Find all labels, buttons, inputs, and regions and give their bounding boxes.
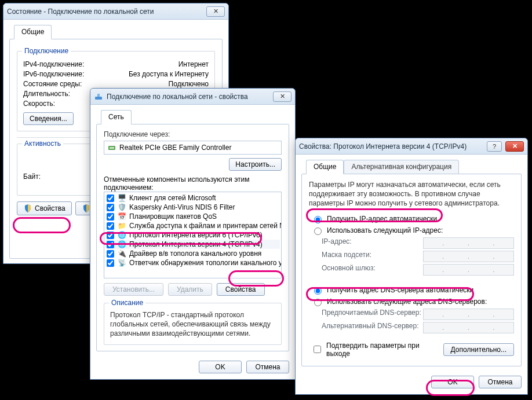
- confirm-on-exit-label: Подтвердить параметры при выходе: [326, 342, 440, 358]
- win2-titlebar[interactable]: Подключение по локальной сети - свойства…: [90, 89, 295, 105]
- confirm-on-exit-checkbox[interactable]: [314, 346, 321, 353]
- list-item-label: Служба доступа к файлам и принтерам сете…: [129, 222, 282, 230]
- list-item-label: Протокол Интернета версии 6 (TCP/IPv6): [129, 231, 263, 239]
- win3-titlebar[interactable]: Свойства: Протокол Интернета версии 4 (T…: [296, 138, 527, 155]
- configure-button[interactable]: Настроить...: [229, 158, 282, 171]
- radio-ip-manual[interactable]: [314, 227, 322, 235]
- svg-rect-0: [95, 97, 102, 100]
- win1-title: Состояние - Подключение по локальной сет…: [7, 8, 206, 16]
- win3-tab-alt[interactable]: Альтернативная конфигурация: [344, 160, 459, 174]
- svg-rect-3: [110, 147, 114, 149]
- radio-ip-auto[interactable]: [314, 216, 322, 223]
- protocol-icon: 🌐: [118, 240, 126, 248]
- adapter-name: Realtek PCIe GBE Family Controller: [119, 144, 231, 152]
- radio-dns-manual-label: Использовать следующие адреса DNS-сервер…: [327, 298, 487, 306]
- list-item-label: Планировщик пакетов QoS: [129, 212, 217, 221]
- component-checkbox[interactable]: [107, 195, 114, 202]
- win3-cancel-button[interactable]: Отмена: [479, 376, 522, 388]
- list-item: 📅Планировщик пакетов QoS: [105, 212, 280, 221]
- component-icon: 📅: [118, 212, 126, 221]
- win1-properties-button[interactable]: Свойства: [17, 201, 72, 215]
- duration-label: Длительность:: [23, 90, 70, 98]
- component-checkbox[interactable]: [107, 204, 114, 211]
- component-checkbox[interactable]: [107, 232, 114, 239]
- components-list[interactable]: 🖥️Клиент для сетей Microsoft 🛡️Kaspersky…: [104, 192, 282, 278]
- win2-close-icon[interactable]: ✕: [273, 91, 291, 102]
- win2-tab-network[interactable]: Сеть: [101, 110, 132, 124]
- advanced-button[interactable]: Дополнительно...: [443, 343, 514, 356]
- component-icon: 📁: [118, 222, 126, 230]
- component-checkbox[interactable]: [107, 259, 114, 267]
- win1-tab-general[interactable]: Общие: [14, 25, 52, 39]
- ipv6-label: IPv6-подключение:: [23, 70, 84, 78]
- win3-title: Свойства: Протокол Интернета версии 4 (T…: [299, 142, 487, 151]
- dns1-label: Предпочитаемый DNS-сервер:: [322, 309, 423, 320]
- uninstall-button[interactable]: Удалить: [168, 283, 212, 296]
- radio-ip-auto-label: Получить IP-адрес автоматически: [327, 215, 437, 223]
- win1-group-activity: Активность: [22, 140, 63, 148]
- win1-titlebar[interactable]: Состояние - Подключение по локальной сет…: [3, 3, 228, 20]
- list-item: 🌐Протокол Интернета версии 6 (TCP/IPv6): [105, 230, 280, 240]
- radio-dns-auto-label: Получить адрес DNS-сервера автоматически: [327, 286, 473, 294]
- mask-label: Маска подсети:: [322, 251, 423, 262]
- ipv4-label: IPv4-подключение:: [23, 60, 84, 68]
- list-item: 🔌Драйвер в/в тополога канального уровня: [105, 249, 280, 258]
- bytes-label: Байт:: [23, 173, 41, 181]
- list-item-label: Ответчик обнаружения топологии канальног…: [129, 259, 282, 267]
- radio-dns-manual[interactable]: [314, 299, 322, 306]
- component-checkbox[interactable]: [107, 222, 114, 230]
- win2-cancel-button[interactable]: Отмена: [246, 361, 289, 373]
- dns2-label: Альтернативный DNS-сервер:: [322, 322, 423, 333]
- adapter-icon: [94, 92, 103, 101]
- media-value: Подключено: [169, 80, 209, 88]
- protocol-icon: 🌐: [118, 231, 126, 239]
- connect-via-label: Подключение через:: [104, 130, 282, 138]
- list-item: 📡Ответчик обнаружения топологии канально…: [105, 258, 280, 267]
- list-item: 🖥️Клиент для сетей Microsoft: [105, 193, 280, 203]
- win2-ok-button[interactable]: OK: [199, 361, 242, 373]
- svg-rect-1: [97, 94, 100, 97]
- component-icon: 🛡️: [118, 203, 126, 211]
- shield-icon: [23, 204, 32, 213]
- nic-icon: [108, 144, 116, 152]
- list-item-label: Клиент для сетей Microsoft: [129, 194, 216, 202]
- component-checkbox[interactable]: [107, 213, 114, 221]
- responder-icon: 📡: [118, 259, 126, 267]
- speed-label: Скорость:: [23, 100, 55, 108]
- dns1-field: ...: [423, 309, 514, 320]
- components-header: Отмеченные компоненты используются этим …: [104, 175, 282, 192]
- list-item-label: Протокол Интернета версии 4 (TCP/IPv4): [129, 240, 263, 248]
- component-checkbox[interactable]: [107, 241, 114, 248]
- details-button[interactable]: Сведения...: [23, 112, 74, 125]
- win3-ok-button[interactable]: OK: [431, 376, 474, 388]
- list-item-label: Драйвер в/в тополога канального уровня: [129, 249, 261, 258]
- ipv4-value: Интернет: [178, 60, 209, 68]
- ip-address-field: ...: [423, 237, 514, 249]
- media-label: Состояние среды:: [23, 80, 82, 88]
- ipv4-intro-text: Параметры IP могут назначаться автоматич…: [309, 180, 514, 208]
- dns2-field: ...: [423, 322, 514, 333]
- win1-group-connection: Подключение: [22, 47, 71, 55]
- win2-group-description: Описание: [109, 299, 145, 307]
- win3-close-icon[interactable]: ✕: [505, 141, 524, 152]
- list-item: 📁Служба доступа к файлам и принтерам сет…: [105, 221, 280, 230]
- win1-properties-label: Свойства: [35, 204, 65, 212]
- radio-dns-auto[interactable]: [314, 287, 322, 295]
- install-button[interactable]: Установить...: [104, 283, 163, 296]
- win2-title: Подключение по локальной сети - свойства: [107, 93, 273, 101]
- gateway-label: Основной шлюз:: [322, 264, 423, 276]
- component-checkbox[interactable]: [107, 250, 114, 258]
- win2-properties-button[interactable]: Свойства: [217, 283, 265, 296]
- win3-help-icon[interactable]: ?: [487, 141, 502, 152]
- gateway-field: ...: [423, 264, 514, 276]
- list-item-tcpip4: 🌐Протокол Интернета версии 4 (TCP/IPv4): [105, 240, 280, 249]
- component-icon: 🖥️: [118, 194, 126, 202]
- win3-tab-general[interactable]: Общие: [306, 160, 344, 174]
- radio-ip-manual-label: Использовать следующий IP-адрес:: [327, 226, 443, 234]
- list-item-label: Kaspersky Anti-Virus NDIS 6 Filter: [129, 203, 235, 211]
- driver-icon: 🔌: [118, 249, 126, 258]
- mask-field: ...: [423, 251, 514, 262]
- list-item: 🛡️Kaspersky Anti-Virus NDIS 6 Filter: [105, 203, 280, 212]
- description-text: Протокол TCP/IP - стандартный протокол г…: [110, 310, 275, 339]
- win1-close-icon[interactable]: ✕: [206, 6, 225, 17]
